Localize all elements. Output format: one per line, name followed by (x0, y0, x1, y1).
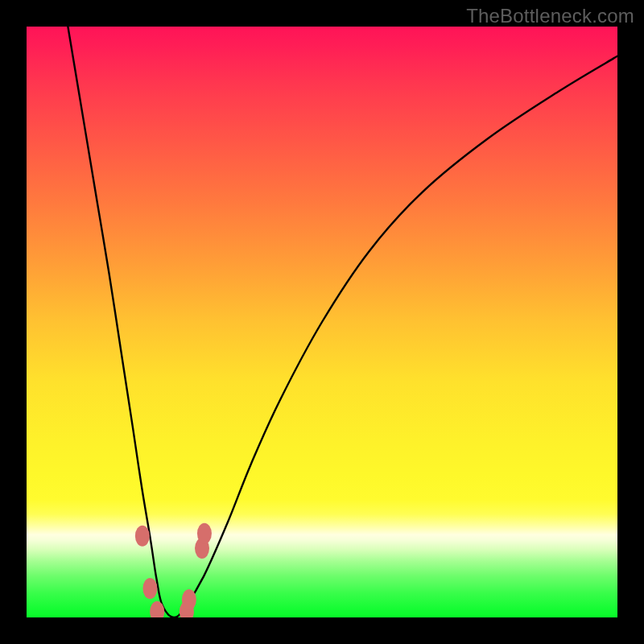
data-marker (142, 578, 157, 599)
data-marker (197, 523, 212, 544)
watermark-text: TheBottleneck.com (466, 5, 634, 27)
bottleneck-curve (68, 27, 617, 617)
chart-frame: TheBottleneck.com (0, 0, 644, 644)
data-marker (135, 526, 150, 547)
data-marker (182, 589, 196, 610)
plot-area (27, 27, 617, 617)
bottleneck-curve-svg (27, 27, 617, 617)
